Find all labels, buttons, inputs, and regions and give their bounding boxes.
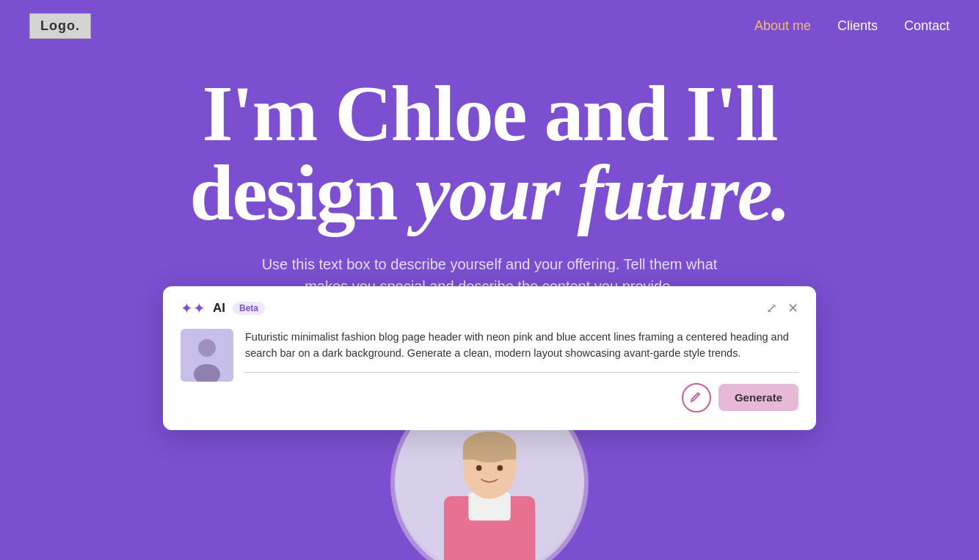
ai-thumbnail bbox=[181, 329, 233, 382]
ai-input-area: Futuristic minimalist fashion blog page … bbox=[181, 329, 798, 412]
generate-button[interactable]: Generate bbox=[718, 384, 798, 411]
pencil-icon bbox=[690, 391, 703, 404]
ai-panel-header: ✦✦ AI Beta ⤢ ✕ bbox=[181, 299, 798, 317]
nav-about-me[interactable]: About me bbox=[754, 18, 811, 34]
ai-prompt-text: Futuristic minimalist fashion blog page … bbox=[245, 329, 798, 362]
close-icon[interactable]: ✕ bbox=[787, 300, 798, 316]
nav-links: About me Clients Contact bbox=[754, 18, 950, 34]
hero-heading-line2-italic: your future. bbox=[415, 149, 790, 236]
hero-heading-line1: I'm Chloe and I'll bbox=[202, 70, 776, 157]
ai-label: AI bbox=[213, 301, 225, 316]
ai-actions: Generate bbox=[245, 383, 798, 412]
ai-text-section: Futuristic minimalist fashion blog page … bbox=[245, 329, 798, 412]
sparkle-icon: ✦✦ bbox=[181, 299, 205, 317]
nav-contact[interactable]: Contact bbox=[904, 18, 950, 34]
ai-input-underline bbox=[245, 372, 798, 373]
svg-point-11 bbox=[498, 465, 503, 471]
ai-panel: ✦✦ AI Beta ⤢ ✕ Futuristic minimalist fas… bbox=[163, 286, 816, 430]
navbar: Logo. About me Clients Contact bbox=[0, 0, 979, 52]
thumbnail-preview-svg bbox=[181, 329, 233, 382]
hero-heading-line2-normal: design bbox=[189, 149, 415, 236]
collapse-icon[interactable]: ⤢ bbox=[766, 300, 777, 316]
hero-heading: I'm Chloe and I'll design your future. bbox=[189, 74, 789, 233]
beta-badge: Beta bbox=[233, 302, 265, 315]
logo[interactable]: Logo. bbox=[29, 13, 91, 39]
svg-point-10 bbox=[476, 465, 482, 471]
nav-clients[interactable]: Clients bbox=[837, 18, 878, 34]
ai-panel-controls: ⤢ ✕ bbox=[766, 300, 798, 316]
svg-rect-9 bbox=[463, 447, 517, 459]
svg-point-1 bbox=[198, 339, 216, 357]
ai-panel-left: ✦✦ AI Beta bbox=[181, 299, 265, 317]
hero-section: I'm Chloe and I'll design your future. U… bbox=[0, 52, 979, 297]
edit-icon-button[interactable] bbox=[682, 383, 711, 412]
